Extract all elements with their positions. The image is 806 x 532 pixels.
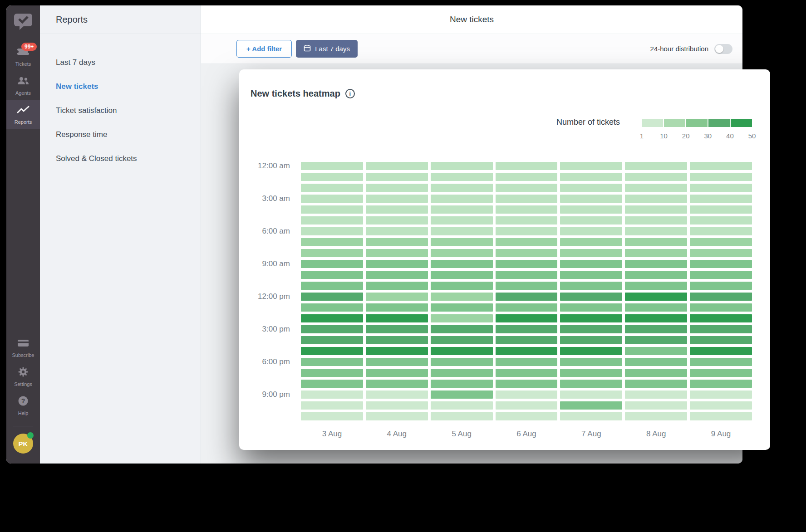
heatmap-cell [366, 249, 428, 257]
add-filter-button[interactable]: + Add filter [236, 40, 292, 58]
distribution-toggle-label: 24-hour distribution [650, 45, 708, 53]
heatmap-cell [560, 303, 622, 312]
help-icon: ? [18, 395, 29, 408]
sidebar-item-help[interactable]: ? Help [6, 391, 40, 420]
sidebar-item-label: Subscribe [12, 352, 34, 358]
menu-item-ticket-satisfaction[interactable]: Ticket satisfaction [56, 98, 201, 122]
heatmap-cell [366, 303, 428, 312]
heatmap-cell [431, 282, 493, 290]
heatmap-cell [625, 227, 687, 235]
heatmap-cell [431, 162, 493, 170]
sidebar-bottom-group: Subscribe [6, 333, 40, 464]
heatmap-cell [301, 205, 363, 214]
heatmap-cell [560, 369, 622, 377]
heatmap-cell [560, 271, 622, 279]
heatmap-cell [690, 412, 752, 420]
avatar[interactable]: PK [13, 434, 33, 454]
heatmap-cell [496, 293, 558, 301]
heatmap-cell [366, 260, 428, 268]
heatmap-cell [301, 173, 363, 181]
heatmap-cell [625, 184, 687, 192]
heatmap-cell [625, 238, 687, 246]
legend-ticks: 11020304050 [642, 132, 752, 141]
avatar-initials: PK [19, 440, 28, 448]
heatmap-card: New tickets heatmap i Number of tickets … [239, 69, 770, 450]
heatmap-cell [560, 336, 622, 344]
date-range-button[interactable]: Last 7 days [296, 40, 358, 58]
menu-item-new-tickets[interactable]: New tickets [56, 74, 201, 98]
sidebar-item-tickets[interactable]: 99+ Tickets [6, 42, 40, 71]
legend-swatch [731, 119, 752, 127]
heatmap-cell [366, 358, 428, 366]
toggle-knob [715, 45, 723, 53]
legend-title: Number of tickets [556, 117, 620, 127]
heatmap-cell [690, 358, 752, 366]
heatmap-cell [625, 205, 687, 214]
heatmap-cell [431, 205, 493, 214]
menu-item-last-7-days[interactable]: Last 7 days [56, 50, 201, 74]
heatmap-x-axis: 3 Aug4 Aug5 Aug6 Aug7 Aug8 Aug9 Aug [301, 430, 752, 439]
page-header: New tickets [201, 5, 742, 34]
heatmap-cell [625, 369, 687, 377]
heatmap-cell [301, 162, 363, 170]
heatmap-cell [301, 369, 363, 377]
legend-tick-label: 20 [682, 132, 690, 140]
sidebar-item-label: Tickets [15, 61, 31, 67]
heatmap-cell [496, 271, 558, 279]
sidebar-item-reports[interactable]: Reports [6, 100, 40, 129]
heatmap-cell [496, 238, 558, 246]
heatmap-cell [431, 412, 493, 420]
heatmap-cell [496, 336, 558, 344]
heatmap-cell [301, 325, 363, 333]
heatmap-cell [366, 227, 428, 235]
heatmap-cell [690, 390, 752, 399]
heatmap-cell [496, 282, 558, 290]
reports-panel-title: Reports [40, 5, 201, 34]
heatmap-cell [496, 325, 558, 333]
heatmap-cell [560, 227, 622, 235]
heatmap-cell [496, 314, 558, 322]
sidebar-item-subscribe[interactable]: Subscribe [6, 333, 40, 362]
menu-item-solved-closed-tickets[interactable]: Solved & Closed tickets [56, 146, 201, 171]
sidebar-item-agents[interactable]: Agents [6, 71, 40, 100]
sidebar-item-settings[interactable]: Settings [6, 362, 40, 391]
heatmap-cell [625, 412, 687, 420]
heatmap-cell [431, 184, 493, 192]
menu-item-response-time[interactable]: Response time [56, 122, 201, 146]
legend-swatch [686, 119, 708, 127]
heatmap-grid [301, 162, 752, 420]
heatmap-cell [366, 238, 428, 246]
online-status-dot [27, 432, 34, 439]
heatmap-cell [366, 195, 428, 203]
heatmap-cell [366, 293, 428, 301]
heatmap-cell [301, 216, 363, 225]
toolbar: + Add filter Last 7 days 24-hour distrib… [201, 34, 742, 64]
heatmap-cell [690, 303, 752, 312]
app-logo [13, 12, 34, 33]
heatmap-cell [431, 303, 493, 312]
legend-tick-label: 30 [704, 132, 712, 140]
heatmap-cell [496, 401, 558, 410]
reports-icon [16, 105, 30, 116]
heatmap-cell [690, 205, 752, 214]
heatmap-cell [431, 358, 493, 366]
heatmap-cell [366, 314, 428, 322]
heatmap-cell [625, 390, 687, 399]
heatmap-cell [625, 249, 687, 257]
heatmap-cell [496, 195, 558, 203]
heatmap-cell [625, 303, 687, 312]
heatmap-cell [301, 238, 363, 246]
info-icon[interactable]: i [345, 89, 355, 98]
sidebar-item-label: Reports [15, 119, 32, 125]
page-title: New tickets [450, 15, 494, 24]
heatmap-cell [431, 260, 493, 268]
heatmap-cell [560, 401, 622, 410]
heatmap-cell [690, 271, 752, 279]
heatmap-cell [560, 216, 622, 225]
sidebar-item-label: Help [18, 410, 29, 416]
heatmap-cell [690, 314, 752, 322]
distribution-toggle[interactable] [714, 44, 732, 54]
heatmap-cell [301, 347, 363, 355]
heatmap-cell [431, 347, 493, 355]
heatmap-cell [690, 369, 752, 377]
